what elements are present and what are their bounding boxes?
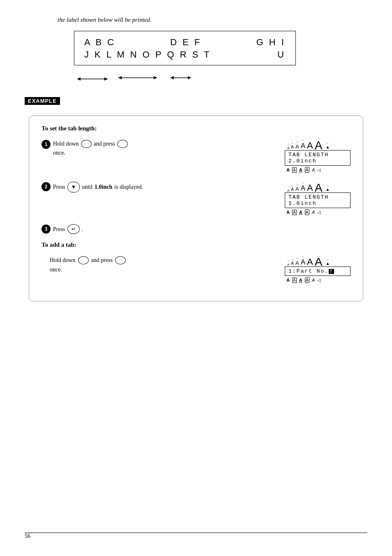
lcd-display-1: ^ A ^ A ^ A ^ A A A — [285, 139, 350, 173]
sub-step-text: Hold down and press — [50, 256, 277, 265]
key-oval-4 — [115, 256, 126, 264]
indicator-A-italic-2: A — [312, 210, 315, 215]
lcd-screen-3: 1:Part No.T — [285, 266, 350, 276]
sub-step-and: and press — [91, 256, 113, 265]
sub-step: Hold down and press once. ^ A ^ A — [42, 256, 350, 283]
sub-step-once: once. — [50, 266, 277, 273]
lcd2-line2: 1.0inch — [288, 200, 347, 206]
step1-hold-text: Hold down — [53, 139, 79, 148]
intro-text: the label shown below will be printed. — [58, 16, 367, 23]
arrow-2 — [115, 73, 160, 85]
step2-text: Press ▼ until 1.0inch is displayed. — [53, 182, 277, 192]
indicator-A-box-3: A — [305, 277, 309, 283]
label-line1-ghi: G H I — [256, 37, 286, 48]
size-indicator-l-1: A — [301, 142, 305, 149]
lcd-display-2: ^ A ^ A ^ A ^ A A A — [285, 182, 350, 215]
label-line2-right: U — [277, 49, 286, 60]
section1-title: To set the tab length: — [42, 125, 350, 132]
indicator-A-outline-2: A — [292, 210, 297, 215]
step2-bold-value: 1.0inch — [95, 183, 112, 191]
indicator-back-3: ◁ — [317, 278, 321, 283]
step-3: 3 Press ↵ . — [42, 224, 350, 234]
lcd1-line2: 2.0inch — [288, 158, 347, 164]
example-box: To set the tab length: 1 Hold down and p… — [29, 116, 363, 301]
indicator-back-1: ◁ — [317, 167, 321, 173]
key-oval-1 — [81, 140, 92, 148]
arrow-diagram — [74, 73, 296, 85]
step-1: 1 Hold down and press once. ^ A — [42, 139, 350, 173]
indicator-A-italic-1: A — [312, 167, 315, 172]
step-number-1: 1 — [42, 140, 51, 149]
svg-marker-1 — [77, 77, 81, 81]
step-number-3: 3 — [42, 225, 51, 234]
step2-until-text: until — [82, 183, 92, 191]
label-preview-box: A B C D E F G H I J K L M N O P Q R S T … — [74, 31, 296, 65]
indicator-A-underline-3: A — [299, 278, 302, 283]
sub-step-hold: Hold down — [50, 256, 76, 265]
label-line2-left: J K L M N O P Q R S T — [84, 49, 211, 60]
indicator-back-2: ◁ — [317, 210, 321, 215]
indicator-A-bold-2: A — [286, 210, 290, 215]
size-indicator-xs-1: A — [287, 147, 289, 150]
key-oval-2 — [117, 140, 128, 148]
svg-marker-7 — [171, 76, 174, 79]
arrow-3 — [168, 73, 193, 85]
lcd2-indicator-row: A A A A A ◁ — [286, 209, 321, 215]
indicator-A-italic-3: A — [312, 278, 315, 283]
lcd2-line1: TAB LENGTH — [288, 194, 347, 200]
indicator-A-underline-2: A — [299, 210, 302, 215]
size-indicator-xxl-1: A — [315, 140, 323, 151]
bottom-rule — [25, 533, 367, 533]
step3-press-text: Press — [53, 225, 65, 234]
indicator-A-box-2: A — [305, 209, 309, 215]
arrow-1 — [74, 74, 111, 84]
svg-marker-5 — [154, 76, 157, 79]
example-badge: EXAMPLE — [25, 97, 367, 111]
lcd3-indicator-row: A A A A A ◁ — [286, 277, 321, 283]
indicator-A-outline-1: A — [292, 167, 297, 173]
lcd3-line1: 1:Part No.T — [288, 268, 347, 274]
step1-and-text: and press — [94, 139, 115, 148]
indicator-A-bold-3: A — [286, 278, 290, 283]
section2-title: To add a tab: — [42, 241, 350, 248]
step-2: 2 Press ▼ until 1.0inch is displayed. ^ … — [42, 182, 350, 215]
lcd-screen-2: TAB LENGTH 1.0inch — [285, 192, 350, 208]
step1-text: Hold down and press — [53, 139, 277, 148]
step-number-2: 2 — [42, 182, 51, 191]
key-enter: ↵ — [67, 224, 80, 234]
lcd-display-3: ^ A ^ A ^ A ^ A A A — [285, 256, 350, 283]
key-down-arrow: ▼ — [67, 182, 80, 192]
svg-marker-8 — [188, 76, 191, 79]
lcd1-line1: TAB LENGTH — [288, 152, 347, 158]
size-indicator-s-1: A — [291, 145, 294, 149]
step1-once: once. — [53, 150, 277, 156]
svg-marker-4 — [118, 76, 122, 79]
lcd-screen-1: TAB LENGTH 2.0inch — [285, 150, 350, 166]
step3-text: Press ↵ . — [53, 224, 350, 234]
svg-marker-2 — [104, 77, 108, 81]
step2-displayed-text: is displayed. — [114, 183, 143, 191]
indicator-A-box-1: A — [305, 167, 309, 173]
label-line1-abc: A B C — [84, 37, 115, 48]
size-indicator-m-1: A — [295, 144, 299, 149]
label-line1-def: D E F — [170, 37, 201, 48]
indicator-A-underline-1: A — [299, 167, 302, 172]
size-indicator-xl-1: A — [307, 141, 313, 150]
page-number: 56 — [25, 533, 30, 540]
step2-press-text: Press — [53, 183, 65, 191]
lcd1-indicator-row: A A A A A ◁ — [286, 167, 321, 173]
key-oval-3 — [78, 256, 89, 264]
indicator-A-bold-1: A — [286, 167, 290, 172]
indicator-A-outline-3: A — [292, 278, 297, 283]
